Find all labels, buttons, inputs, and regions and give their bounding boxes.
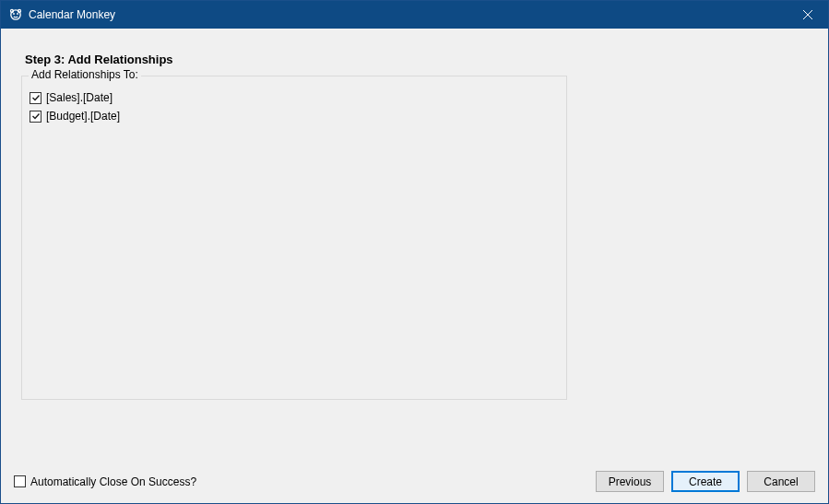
- relationship-label: [Budget].[Date]: [46, 110, 120, 123]
- cancel-button[interactable]: Cancel: [747, 471, 815, 492]
- relationship-item: [Sales].[Date]: [30, 91, 559, 104]
- close-icon: [803, 10, 812, 19]
- content-area: Step 3: Add Relationships Add Relationsh…: [1, 29, 828, 503]
- auto-close-row: Automatically Close On Success?: [14, 475, 596, 488]
- check-icon: [31, 111, 41, 121]
- svg-point-2: [17, 13, 18, 15]
- footer: Automatically Close On Success? Previous…: [14, 471, 815, 492]
- create-button[interactable]: Create: [671, 471, 740, 492]
- app-icon: [8, 7, 23, 22]
- relationship-checkbox-sales-date[interactable]: [30, 92, 41, 104]
- check-icon: [31, 93, 41, 102]
- relationships-groupbox: Add Relationships To: [Sales].[Date] [Bu…: [21, 76, 567, 400]
- relationship-label: [Sales].[Date]: [46, 91, 113, 104]
- button-row: Previous Create Cancel: [596, 471, 815, 492]
- relationship-checkbox-budget-date[interactable]: [30, 111, 41, 123]
- auto-close-checkbox[interactable]: [14, 475, 26, 487]
- step-heading: Step 3: Add Relationships: [25, 53, 815, 66]
- groupbox-label: Add Relationships To:: [29, 68, 141, 81]
- titlebar: Calendar Monkey: [1, 1, 828, 29]
- relationship-item: [Budget].[Date]: [30, 110, 559, 123]
- window-title: Calendar Monkey: [29, 8, 787, 21]
- close-button[interactable]: [787, 1, 828, 29]
- auto-close-label: Automatically Close On Success?: [30, 475, 196, 488]
- svg-point-1: [13, 13, 15, 15]
- svg-point-0: [11, 10, 20, 19]
- previous-button[interactable]: Previous: [596, 471, 664, 492]
